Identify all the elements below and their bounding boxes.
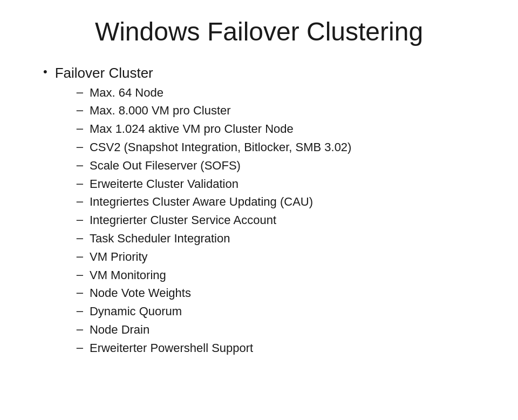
- sub-item-text: Task Scheduler Integration: [90, 231, 230, 247]
- sub-item-text: Integrierter Cluster Service Account: [90, 212, 276, 229]
- list-item: – Max. 8.000 VM pro Cluster: [77, 103, 352, 119]
- list-item: – Task Scheduler Integration: [77, 231, 352, 247]
- sub-item-text: VM Priority: [90, 249, 148, 266]
- dash-marker: –: [77, 268, 83, 282]
- list-item: – CSV2 (Snapshot Integration, Bitlocker,…: [77, 139, 352, 156]
- content-area: • Failover Cluster – Max. 64 Node – Max.…: [32, 64, 486, 362]
- dash-marker: –: [77, 177, 83, 191]
- dash-marker: –: [77, 158, 83, 172]
- sub-list: – Max. 64 Node – Max. 8.000 VM pro Clust…: [55, 85, 352, 358]
- sub-item-text: VM Monitoring: [90, 267, 166, 284]
- sub-item-text: Max 1.024 aktive VM pro Cluster Node: [90, 121, 294, 138]
- dash-marker: –: [77, 286, 83, 300]
- sub-item-text: Node Vote Weights: [90, 285, 191, 302]
- list-item: – Node Vote Weights: [77, 285, 352, 302]
- list-item: – Max. 64 Node: [77, 85, 352, 101]
- dash-marker: –: [77, 140, 83, 154]
- sub-item-text: Max. 8.000 VM pro Cluster: [90, 103, 231, 119]
- sub-item-text: Scale Out Fileserver (SOFS): [90, 158, 241, 174]
- list-item: – Max 1.024 aktive VM pro Cluster Node: [77, 121, 352, 138]
- list-item: – Node Drain: [77, 322, 352, 338]
- sub-item-text: Node Drain: [90, 322, 149, 338]
- dash-marker: –: [77, 194, 83, 208]
- list-item: – Integriertes Cluster Aware Updating (C…: [77, 194, 352, 211]
- list-item: – VM Monitoring: [77, 267, 352, 284]
- dash-marker: –: [77, 103, 83, 117]
- page-container: Windows Failover Clustering • Failover C…: [0, 0, 518, 420]
- list-item: – Scale Out Fileserver (SOFS): [77, 158, 352, 174]
- bullet-l1-text: Failover Cluster: [55, 65, 153, 81]
- bullet-l1-marker: •: [43, 65, 47, 79]
- dash-marker: –: [77, 304, 83, 318]
- list-item: – Integrierter Cluster Service Account: [77, 212, 352, 229]
- dash-marker: –: [77, 121, 83, 136]
- list-item: – Erweiterte Cluster Validation: [77, 176, 352, 193]
- sub-item-text: Max. 64 Node: [90, 85, 163, 101]
- dash-marker: –: [77, 213, 83, 227]
- sub-item-text: Dynamic Quorum: [90, 303, 182, 320]
- dash-marker: –: [77, 249, 83, 263]
- sub-item-text: Erweiterte Cluster Validation: [90, 176, 238, 193]
- sub-item-text: CSV2 (Snapshot Integration, Bitlocker, S…: [90, 139, 351, 156]
- sub-item-text: Integriertes Cluster Aware Updating (CAU…: [90, 194, 313, 211]
- list-item: – Dynamic Quorum: [77, 303, 352, 320]
- list-item: – VM Priority: [77, 249, 352, 266]
- list-item: – Erweiterter Powershell Support: [77, 340, 352, 357]
- list-item-l1: • Failover Cluster – Max. 64 Node – Max.…: [43, 64, 486, 358]
- page-title: Windows Failover Clustering: [32, 16, 486, 48]
- dash-marker: –: [77, 85, 83, 99]
- dash-marker: –: [77, 231, 83, 245]
- sub-item-text: Erweiterter Powershell Support: [90, 340, 253, 357]
- dash-marker: –: [77, 322, 83, 336]
- dash-marker: –: [77, 341, 83, 355]
